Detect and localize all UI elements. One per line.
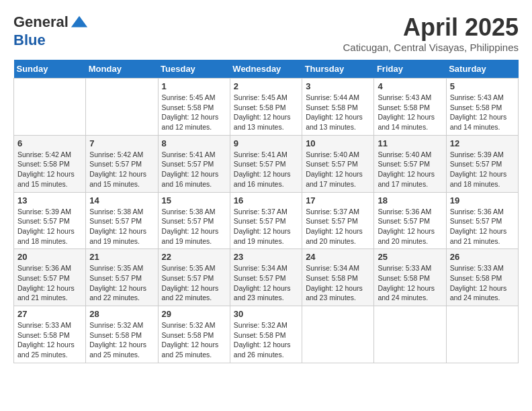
svg-marker-0: [71, 16, 87, 28]
day-number: 14: [89, 195, 154, 205]
day-info: Sunrise: 5:45 AM Sunset: 5:58 PM Dayligh…: [162, 93, 226, 132]
day-info: Sunrise: 5:32 AM Sunset: 5:58 PM Dayligh…: [234, 320, 298, 360]
calendar-cell: [302, 306, 374, 363]
calendar-cell: 28Sunrise: 5:32 AM Sunset: 5:58 PM Dayli…: [86, 306, 158, 363]
calendar-cell: [446, 306, 518, 363]
day-info: Sunrise: 5:38 AM Sunset: 5:57 PM Dayligh…: [162, 207, 226, 246]
day-number: 12: [450, 138, 515, 148]
weekday-header-sunday: Sunday: [14, 60, 86, 79]
day-number: 23: [234, 252, 298, 262]
calendar-cell: 12Sunrise: 5:39 AM Sunset: 5:57 PM Dayli…: [446, 135, 518, 192]
calendar-cell: 25Sunrise: 5:33 AM Sunset: 5:58 PM Dayli…: [374, 249, 446, 306]
logo-general: General: [13, 13, 69, 30]
page-header: General Blue April 2025 Caticugan, Centr…: [13, 13, 519, 53]
calendar-cell: 19Sunrise: 5:36 AM Sunset: 5:57 PM Dayli…: [446, 192, 518, 249]
day-info: Sunrise: 5:32 AM Sunset: 5:58 PM Dayligh…: [89, 320, 154, 360]
day-number: 4: [378, 81, 442, 91]
day-number: 3: [306, 81, 370, 91]
calendar-cell: 15Sunrise: 5:38 AM Sunset: 5:57 PM Dayli…: [158, 192, 230, 249]
calendar-cell: 29Sunrise: 5:32 AM Sunset: 5:58 PM Dayli…: [158, 306, 230, 363]
calendar-cell: 22Sunrise: 5:35 AM Sunset: 5:57 PM Dayli…: [158, 249, 230, 306]
calendar-cell: 1Sunrise: 5:45 AM Sunset: 5:58 PM Daylig…: [158, 79, 230, 136]
weekday-header-tuesday: Tuesday: [158, 60, 230, 79]
calendar-table: SundayMondayTuesdayWednesdayThursdayFrid…: [13, 60, 519, 363]
week-row-4: 27Sunrise: 5:33 AM Sunset: 5:58 PM Dayli…: [14, 306, 519, 363]
calendar-cell: 23Sunrise: 5:34 AM Sunset: 5:57 PM Dayli…: [230, 249, 302, 306]
location-title: Caticugan, Central Visayas, Philippines: [343, 42, 519, 53]
day-info: Sunrise: 5:32 AM Sunset: 5:58 PM Dayligh…: [162, 320, 226, 360]
calendar-cell: 17Sunrise: 5:37 AM Sunset: 5:57 PM Dayli…: [302, 192, 374, 249]
day-info: Sunrise: 5:39 AM Sunset: 5:57 PM Dayligh…: [450, 150, 515, 189]
day-number: 26: [450, 252, 515, 262]
day-number: 2: [234, 81, 298, 91]
calendar-cell: 2Sunrise: 5:45 AM Sunset: 5:58 PM Daylig…: [230, 79, 302, 136]
day-number: 16: [234, 195, 298, 205]
day-number: 20: [17, 252, 82, 262]
day-number: 27: [17, 309, 82, 319]
day-number: 6: [17, 138, 82, 148]
day-info: Sunrise: 5:40 AM Sunset: 5:57 PM Dayligh…: [306, 150, 370, 189]
day-info: Sunrise: 5:38 AM Sunset: 5:57 PM Dayligh…: [89, 207, 154, 246]
day-info: Sunrise: 5:42 AM Sunset: 5:58 PM Dayligh…: [17, 150, 82, 189]
day-number: 10: [306, 138, 370, 148]
week-row-3: 20Sunrise: 5:36 AM Sunset: 5:57 PM Dayli…: [14, 249, 519, 306]
logo-blue: Blue: [13, 32, 46, 48]
calendar-cell: 20Sunrise: 5:36 AM Sunset: 5:57 PM Dayli…: [14, 249, 86, 306]
day-info: Sunrise: 5:39 AM Sunset: 5:57 PM Dayligh…: [17, 207, 82, 246]
day-number: 1: [162, 81, 226, 91]
day-number: 24: [306, 252, 370, 262]
week-row-2: 13Sunrise: 5:39 AM Sunset: 5:57 PM Dayli…: [14, 192, 519, 249]
day-info: Sunrise: 5:37 AM Sunset: 5:57 PM Dayligh…: [234, 207, 298, 246]
weekday-header-thursday: Thursday: [302, 60, 374, 79]
day-number: 28: [89, 309, 154, 319]
day-number: 25: [378, 252, 442, 262]
calendar-cell: 30Sunrise: 5:32 AM Sunset: 5:58 PM Dayli…: [230, 306, 302, 363]
day-info: Sunrise: 5:41 AM Sunset: 5:57 PM Dayligh…: [234, 150, 298, 189]
calendar-cell: 4Sunrise: 5:43 AM Sunset: 5:58 PM Daylig…: [374, 79, 446, 136]
day-number: 7: [89, 138, 154, 148]
weekday-header-saturday: Saturday: [446, 60, 518, 79]
calendar-cell: [374, 306, 446, 363]
day-number: 11: [378, 138, 442, 148]
logo-icon: [70, 13, 89, 32]
day-number: 17: [306, 195, 370, 205]
day-info: Sunrise: 5:35 AM Sunset: 5:57 PM Dayligh…: [89, 263, 154, 303]
week-row-0: 1Sunrise: 5:45 AM Sunset: 5:58 PM Daylig…: [14, 79, 519, 136]
day-info: Sunrise: 5:43 AM Sunset: 5:58 PM Dayligh…: [450, 93, 515, 132]
day-number: 15: [162, 195, 226, 205]
day-info: Sunrise: 5:36 AM Sunset: 5:57 PM Dayligh…: [378, 207, 442, 246]
calendar-cell: [14, 79, 86, 136]
day-info: Sunrise: 5:34 AM Sunset: 5:58 PM Dayligh…: [306, 263, 370, 303]
day-number: 8: [162, 138, 226, 148]
calendar-cell: 5Sunrise: 5:43 AM Sunset: 5:58 PM Daylig…: [446, 79, 518, 136]
title-block: April 2025 Caticugan, Central Visayas, P…: [343, 13, 519, 53]
calendar-cell: 14Sunrise: 5:38 AM Sunset: 5:57 PM Dayli…: [86, 192, 158, 249]
day-number: 30: [234, 309, 298, 319]
day-info: Sunrise: 5:34 AM Sunset: 5:57 PM Dayligh…: [234, 263, 298, 303]
day-info: Sunrise: 5:43 AM Sunset: 5:58 PM Dayligh…: [378, 93, 442, 132]
day-number: 22: [162, 252, 226, 262]
weekday-header-monday: Monday: [86, 60, 158, 79]
day-info: Sunrise: 5:35 AM Sunset: 5:57 PM Dayligh…: [162, 263, 226, 303]
day-number: 21: [89, 252, 154, 262]
week-row-1: 6Sunrise: 5:42 AM Sunset: 5:58 PM Daylig…: [14, 135, 519, 192]
calendar-cell: 16Sunrise: 5:37 AM Sunset: 5:57 PM Dayli…: [230, 192, 302, 249]
day-info: Sunrise: 5:41 AM Sunset: 5:57 PM Dayligh…: [162, 150, 226, 189]
day-info: Sunrise: 5:42 AM Sunset: 5:57 PM Dayligh…: [89, 150, 154, 189]
logo: General Blue: [13, 13, 89, 48]
day-number: 18: [378, 195, 442, 205]
day-info: Sunrise: 5:33 AM Sunset: 5:58 PM Dayligh…: [450, 263, 515, 303]
day-info: Sunrise: 5:33 AM Sunset: 5:58 PM Dayligh…: [17, 320, 82, 360]
day-number: 13: [17, 195, 82, 205]
weekday-header-wednesday: Wednesday: [230, 60, 302, 79]
calendar-cell: 3Sunrise: 5:44 AM Sunset: 5:58 PM Daylig…: [302, 79, 374, 136]
weekday-header-row: SundayMondayTuesdayWednesdayThursdayFrid…: [14, 60, 519, 79]
day-info: Sunrise: 5:36 AM Sunset: 5:57 PM Dayligh…: [17, 263, 82, 303]
month-title: April 2025: [343, 13, 519, 42]
calendar-cell: 18Sunrise: 5:36 AM Sunset: 5:57 PM Dayli…: [374, 192, 446, 249]
calendar-cell: 21Sunrise: 5:35 AM Sunset: 5:57 PM Dayli…: [86, 249, 158, 306]
calendar-cell: 24Sunrise: 5:34 AM Sunset: 5:58 PM Dayli…: [302, 249, 374, 306]
day-info: Sunrise: 5:44 AM Sunset: 5:58 PM Dayligh…: [306, 93, 370, 132]
calendar-cell: 9Sunrise: 5:41 AM Sunset: 5:57 PM Daylig…: [230, 135, 302, 192]
calendar-cell: [86, 79, 158, 136]
